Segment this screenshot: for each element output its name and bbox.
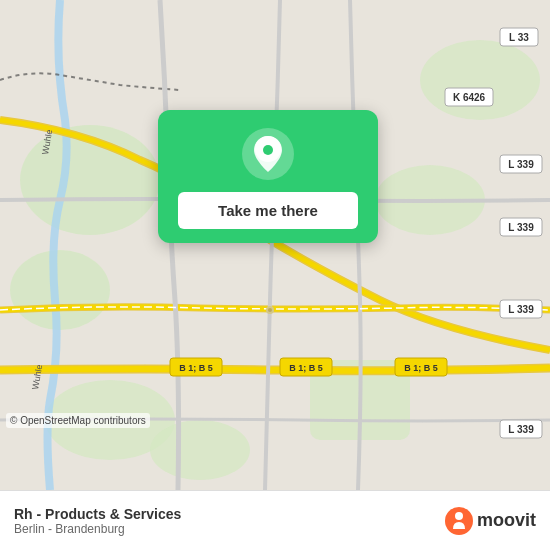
app-name: Rh - Products & Services <box>14 506 445 522</box>
svg-point-3 <box>420 40 540 120</box>
location-pin-icon <box>253 136 283 172</box>
svg-point-33 <box>455 512 463 520</box>
map-container: L 33 K 6426 L 339 L 339 L 339 L 339 B 1;… <box>0 0 550 490</box>
svg-text:B 1; B 5: B 1; B 5 <box>289 363 323 373</box>
svg-text:L 339: L 339 <box>508 424 534 435</box>
svg-text:L 339: L 339 <box>508 159 534 170</box>
svg-point-31 <box>263 145 273 155</box>
app-subtitle: Berlin - Brandenburg <box>14 522 445 536</box>
svg-text:B 1; B 5: B 1; B 5 <box>179 363 213 373</box>
bottom-bar: Rh - Products & Services Berlin - Brande… <box>0 490 550 550</box>
svg-point-32 <box>445 507 473 535</box>
svg-text:L 33: L 33 <box>509 32 529 43</box>
svg-text:B 1; B 5: B 1; B 5 <box>404 363 438 373</box>
copyright-text: © OpenStreetMap contributors <box>6 413 150 428</box>
location-pin-icon-wrap <box>242 128 294 180</box>
svg-text:L 339: L 339 <box>508 222 534 233</box>
moovit-logo: moovit <box>445 507 536 535</box>
svg-point-29 <box>268 308 272 312</box>
moovit-brand-icon <box>445 507 473 535</box>
svg-point-7 <box>150 420 250 480</box>
svg-text:K 6426: K 6426 <box>453 92 486 103</box>
svg-text:L 339: L 339 <box>508 304 534 315</box>
popup-card: Take me there <box>158 110 378 243</box>
app-info: Rh - Products & Services Berlin - Brande… <box>14 506 445 536</box>
moovit-logo-text: moovit <box>477 510 536 531</box>
take-me-there-button[interactable]: Take me there <box>178 192 358 229</box>
